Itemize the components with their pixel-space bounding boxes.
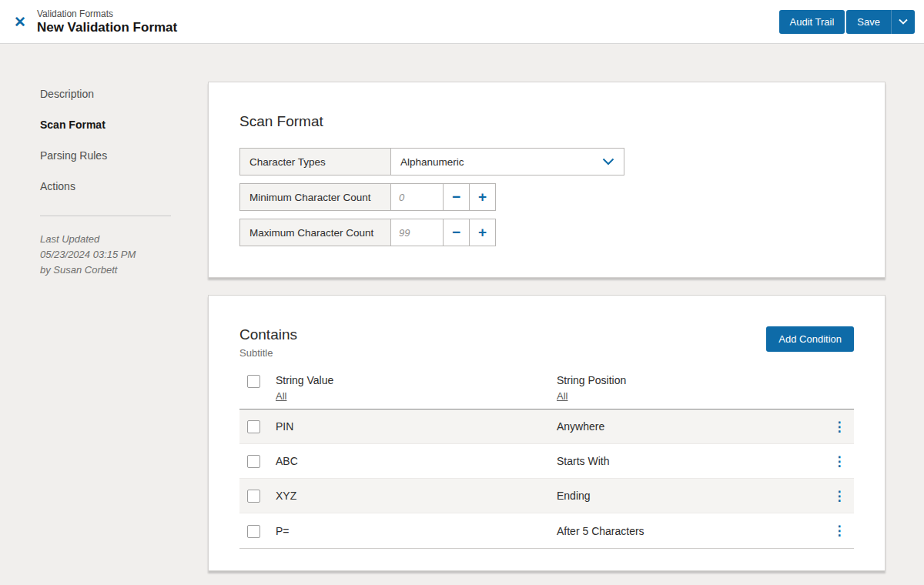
sidebar-item-scan-format[interactable]: Scan Format [40,119,208,131]
character-types-value: Alphanumeric [400,156,464,168]
row-menu-icon[interactable]: ⋮ [829,419,850,435]
column-header-string-position: String Position [557,374,829,386]
max-count-label: Maximum Character Count [239,219,391,246]
max-count-input[interactable] [391,219,444,246]
string-value-filter-link[interactable]: All [276,390,286,402]
table-row: ABC Starts With ⋮ [239,444,854,479]
string-position-cell: Ending [557,490,829,502]
min-count-input[interactable] [391,183,444,211]
page-title: New Validation Format [37,20,177,35]
close-icon[interactable]: ✕ [14,15,26,29]
string-position-cell: After 5 Characters [557,525,829,537]
contains-card: Contains Subtitle Add Condition String V… [208,295,886,571]
row-menu-icon[interactable]: ⋮ [829,523,850,539]
sidebar-divider [40,216,171,216]
table-row: PIN Anywhere ⋮ [239,410,854,444]
max-count-increment-button[interactable]: + [470,219,496,246]
table-header-row: String Value All String Position All [239,371,854,410]
plus-icon: + [478,224,487,241]
table-row: XYZ Ending ⋮ [239,479,854,513]
breadcrumb: Validation Formats [37,8,177,19]
save-menu-button[interactable] [891,10,915,34]
row-checkbox[interactable] [247,420,260,433]
scan-format-card: Scan Format Character Types Alphanumeric… [208,82,886,278]
conditions-table: String Value All String Position All PIN… [239,371,854,549]
string-position-cell: Anywhere [557,420,829,433]
minus-icon: − [452,189,460,206]
last-updated-block: Last Updated 05/23/2024 03:15 PM by Susa… [40,232,208,278]
add-condition-button[interactable]: Add Condition [766,326,854,352]
table-row: P= After 5 Characters ⋮ [239,513,854,548]
audit-trail-button[interactable]: Audit Trail [779,10,845,34]
character-types-label: Character Types [239,148,391,176]
row-checkbox[interactable] [247,490,260,503]
string-value-cell: XYZ [276,490,557,502]
save-split-button: Save [846,10,915,34]
title-block: Validation Formats New Validation Format [37,8,177,35]
sidebar-item-actions[interactable]: Actions [40,180,208,192]
last-updated-date: 05/23/2024 03:15 PM [40,247,208,262]
sidebar: Description Scan Format Parsing Rules Ac… [0,44,208,585]
save-button[interactable]: Save [846,10,891,34]
contains-subtitle: Subtitle [239,347,297,359]
row-menu-icon[interactable]: ⋮ [829,453,850,470]
contains-title: Contains [239,326,297,343]
row-menu-icon[interactable]: ⋮ [829,488,850,504]
last-updated-by: by Susan Corbett [40,262,208,278]
min-count-decrement-button[interactable]: − [444,183,470,211]
min-count-label: Minimum Character Count [239,183,391,211]
contains-header: Contains Subtitle Add Condition [239,326,854,359]
row-checkbox[interactable] [247,455,260,468]
min-count-field: Minimum Character Count − + [239,183,854,211]
string-value-cell: PIN [276,420,557,433]
string-value-cell: P= [276,525,557,537]
scan-format-title: Scan Format [239,113,854,130]
row-checkbox[interactable] [247,525,260,538]
max-count-decrement-button[interactable]: − [444,219,470,246]
app-header: ✕ Validation Formats New Validation Form… [0,0,924,44]
string-value-cell: ABC [276,455,557,467]
character-types-field: Character Types Alphanumeric [239,148,854,176]
sidebar-item-parsing-rules[interactable]: Parsing Rules [40,149,208,162]
header-actions: Audit Trail Save [779,10,915,34]
plus-icon: + [478,189,487,206]
sidebar-item-description[interactable]: Description [40,88,208,100]
minus-icon: − [452,224,460,241]
chevron-down-icon [899,18,908,25]
string-position-cell: Starts With [557,455,829,467]
column-header-string-value: String Value [276,374,557,386]
character-types-select[interactable]: Alphanumeric [391,148,624,176]
max-count-field: Maximum Character Count − + [239,219,854,246]
string-position-filter-link[interactable]: All [557,390,567,402]
page-body: Description Scan Format Parsing Rules Ac… [0,44,924,585]
last-updated-label: Last Updated [40,232,208,247]
select-all-checkbox[interactable] [247,375,260,388]
chevron-down-icon [602,158,614,165]
main-content: Scan Format Character Types Alphanumeric… [208,44,924,585]
min-count-increment-button[interactable]: + [470,183,496,211]
